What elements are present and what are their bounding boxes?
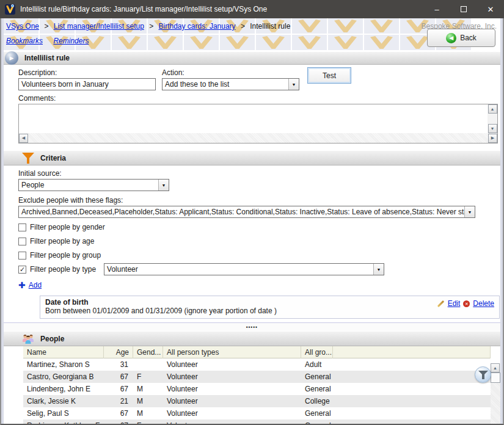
column-header-name[interactable]: Name [23,346,104,358]
table-row[interactable]: Lindenberg, John E 67 M Volunteer Genera… [23,383,491,395]
back-button[interactable]: ◀ Back [427,29,495,47]
comments-horizontal-scrollbar[interactable]: ◀ ▶ [19,133,497,143]
chevron-down-icon[interactable]: ▼ [288,79,299,90]
cell-age: 67 [104,421,133,424]
vsys-logo-icon [5,4,15,15]
add-criteria-link[interactable]: Add [29,281,42,289]
initial-source-select[interactable]: People ▼ [18,179,169,191]
quick-links: Bookmarks Reminders [4,31,500,45]
header-strip: VSys One > List manager/Intellilist setu… [4,18,500,51]
scrollbar-track[interactable] [491,383,500,424]
cell-name: Lindenberg, John E [23,385,104,393]
chevron-down-icon[interactable]: ▼ [158,180,169,191]
description-input[interactable]: Volunteers born in January [18,78,156,90]
edit-pencil-icon [437,300,444,307]
minimize-icon: – [434,5,439,14]
test-button-label: Test [323,71,336,80]
breadcrumb-birthday-cards[interactable]: Birthday cards: January [159,22,236,31]
minimize-button[interactable]: – [423,0,450,18]
window-frame: VSys One > List manager/Intellilist setu… [0,18,504,425]
right-frame-strip [500,18,503,424]
column-header-age[interactable]: Age [104,346,133,358]
scrollbar-thumb[interactable] [491,372,500,383]
splitter-handle[interactable]: ▪▪▪▪▪ [4,323,500,331]
filter-gender-label: Filter people by gender [30,223,105,231]
action-value: Add these to the list [163,80,288,89]
bookmarks-link[interactable]: Bookmarks [6,37,43,45]
cell-groups: Adult [301,360,333,369]
cell-types: Volunteer [163,385,301,393]
table-filter-button[interactable] [475,366,491,383]
cell-age: 67 [104,385,133,393]
filter-age-row: Filter people by age [18,236,500,246]
filter-type-label: Filter people by type [30,265,96,274]
maximize-icon [461,6,467,12]
comments-textarea[interactable] [19,104,488,133]
table-row[interactable]: Martinez, Sharon S 31 Volunteer Adult [23,358,491,371]
chevron-down-icon[interactable]: ▼ [464,206,475,217]
back-button-label: Back [460,34,477,42]
scroll-up-icon[interactable]: ▲ [488,104,497,114]
cell-types: Volunteer [163,372,301,381]
cell-groups: General [301,421,333,424]
chevron-down-icon[interactable]: ▼ [373,264,384,275]
table-row[interactable]: Castro, Georgiana B 67 F Volunteer Gener… [23,371,491,383]
filter-funnel-icon [478,371,488,379]
filter-age-checkbox[interactable] [18,238,26,245]
filter-gender-checkbox[interactable] [18,223,26,231]
comments-vertical-scrollbar[interactable]: ▲ ▼ [488,104,497,133]
cell-gender: M [133,409,163,418]
cell-name: Selig, Paul S [23,409,104,418]
column-header-types[interactable]: All person types [163,346,301,358]
cell-gender: F [133,421,163,424]
filter-group-checkbox[interactable] [18,252,26,260]
breadcrumb-vsys-one[interactable]: VSys One [6,22,39,31]
table-vertical-scrollbar[interactable]: ▲ ▼ [491,363,500,424]
cell-age: 67 [104,372,133,381]
column-header-groups[interactable]: All gro... [301,346,333,358]
cell-name: Clark, Jessie K [23,397,104,405]
table-row[interactable]: Rodriguez, Kathleen F 67 F Volunteer Gen… [23,420,491,424]
close-icon: ✕ [488,5,494,14]
cell-groups: General [301,409,333,418]
cell-types: Volunteer [163,360,301,369]
maximize-button[interactable] [450,0,477,18]
cell-name: Castro, Georgiana B [23,372,104,381]
person-type-select[interactable]: Volunteer ▼ [104,263,384,275]
comments-box: ▲ ▼ ◀ ▶ [18,104,498,143]
delete-link[interactable]: Delete [473,299,494,308]
cell-groups: General [301,372,333,381]
cell-types: Volunteer [163,397,301,405]
column-header-gender[interactable]: Gend... [133,346,163,358]
titlebar: Intellilist rule/Birthday cards: January… [0,0,504,18]
column-header-filler [333,346,491,358]
breadcrumb-separator: > [149,22,153,31]
exclude-flags-select[interactable]: Archived,Banned,Deceased,Placeholder,Sta… [18,206,475,218]
breadcrumb-current: Intellilist rule [250,22,290,31]
cell-groups: College [301,397,333,405]
people-title: People [40,335,64,343]
scroll-down-icon[interactable]: ▼ [488,124,497,133]
back-arrow-icon: ◀ [446,33,456,43]
edit-link[interactable]: Edit [448,299,461,308]
filter-type-row: ✓ Filter people by type Volunteer ▼ [18,264,500,274]
reminders-link[interactable]: Reminders [53,37,89,45]
cell-groups: General [301,385,333,393]
breadcrumb-list-manager[interactable]: List manager/Intellilist setup [54,22,144,31]
scroll-left-icon[interactable]: ◀ [19,134,28,143]
table-row[interactable]: Clark, Jessie K 21 M Volunteer College [23,395,491,407]
table-row[interactable]: Selig, Paul S 67 M Volunteer General [23,407,491,420]
cell-age: 31 [104,360,133,369]
action-select[interactable]: Add these to the list ▼ [162,78,299,90]
date-of-birth-rule-card: Date of birth Born between 01/01/2009 an… [40,296,500,319]
description-label: Description: [18,68,156,77]
scroll-right-icon[interactable]: ▶ [488,134,497,143]
filter-type-checkbox[interactable]: ✓ [18,266,26,274]
rule-section-title: Intellilist rule [24,54,70,62]
initial-source-label: Initial source: [18,169,500,178]
test-button[interactable]: Test [307,67,351,84]
scroll-up-icon[interactable]: ▲ [491,363,500,372]
filter-group-row: Filter people by group [18,250,500,260]
close-button[interactable]: ✕ [477,0,504,18]
comments-label: Comments: [18,94,500,103]
